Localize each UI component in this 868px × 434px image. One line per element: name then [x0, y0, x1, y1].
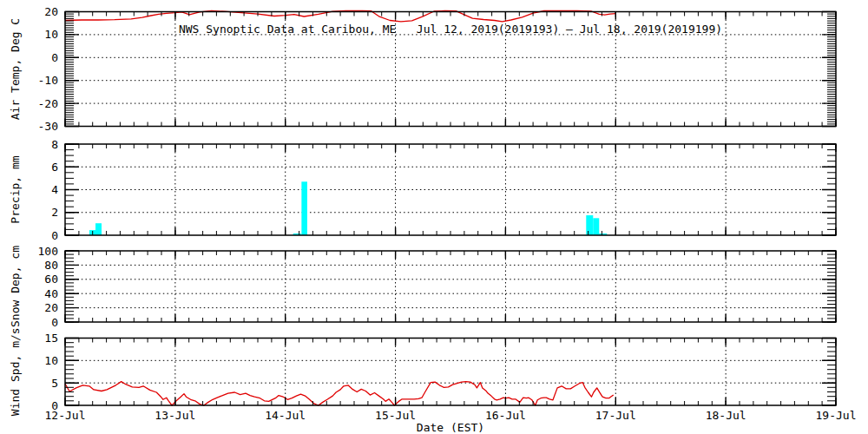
y-tick-label: 6: [51, 161, 58, 174]
precip-bar: [301, 181, 307, 235]
y-tick-label: -10: [38, 74, 58, 87]
y-tick-label: -20: [38, 97, 58, 110]
y-tick-label: 15: [44, 332, 58, 345]
panel-wind-spd: [65, 339, 836, 406]
x-tick-label: 13-Jul: [155, 409, 195, 422]
y-tick-label: 0: [51, 51, 58, 64]
y-tick-label: 80: [44, 259, 58, 272]
y-axis-title: Precip, mm: [9, 155, 22, 223]
y-tick-label: 8: [51, 138, 58, 151]
synoptic-plot-canvas: -30-20-1001020Air Temp, Deg C02468Precip…: [0, 0, 868, 434]
x-axis-title: Date (EST): [417, 421, 484, 434]
y-tick-label: 5: [51, 377, 58, 390]
minor-ticks: [65, 339, 836, 406]
major-ticks: [65, 144, 836, 235]
major-ticks: [65, 339, 836, 406]
y-axis-title: Air Temp, Deg C: [9, 18, 22, 120]
x-tick-label: 16-Jul: [485, 409, 526, 422]
precip-bar: [593, 218, 599, 235]
panel-frame: [65, 144, 836, 235]
y-tick-label: 100: [38, 245, 58, 258]
y-tick-label: -30: [38, 120, 58, 133]
x-tick-label: 15-Jul: [375, 409, 416, 422]
y-tick-label: 10: [44, 28, 58, 41]
minor-ticks: [65, 251, 836, 322]
chart-title: NWS Synoptic Data at Caribou, ME Jul 12,…: [179, 23, 722, 36]
panel-frame: [65, 251, 836, 322]
x-tick-label: 19-Jul: [816, 409, 857, 422]
panel-snow-dep: [65, 251, 836, 322]
nws-synoptic-chart: -30-20-1001020Air Temp, Deg C02468Precip…: [0, 0, 868, 434]
y-axis-title: Snow Dep, cm: [9, 246, 22, 327]
panel-frame: [65, 339, 836, 406]
y-tick-label: 4: [51, 183, 58, 196]
precip-bar: [95, 223, 102, 235]
x-tick-label: 12-Jul: [45, 409, 86, 422]
x-tick-label: 14-Jul: [265, 409, 306, 422]
y-tick-label: 0: [51, 229, 58, 242]
y-tick-label: 40: [44, 287, 58, 300]
y-tick-label: 60: [44, 273, 58, 286]
precip-bar: [586, 215, 593, 235]
major-ticks: [65, 251, 836, 322]
minor-ticks: [65, 144, 836, 235]
y-axis-title: Wind Spd, m/s: [9, 327, 22, 416]
y-tick-label: 20: [44, 5, 58, 18]
x-tick-label: 17-Jul: [595, 409, 636, 422]
y-tick-label: 10: [44, 354, 58, 367]
y-tick-label: 2: [51, 206, 58, 219]
x-tick-label: 18-Jul: [706, 409, 746, 422]
y-tick-label: 0: [51, 316, 58, 329]
y-tick-label: 20: [44, 301, 58, 314]
panel-precip: [65, 144, 836, 235]
